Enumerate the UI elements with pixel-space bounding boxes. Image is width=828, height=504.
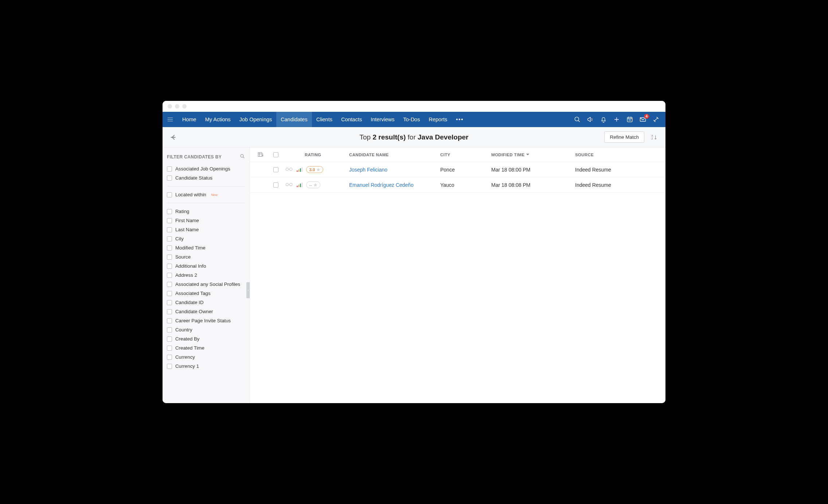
column-config-icon[interactable] bbox=[253, 151, 268, 158]
filter-label: Candidate ID bbox=[175, 300, 204, 305]
header-city[interactable]: CITY bbox=[440, 153, 491, 157]
candidate-name-link[interactable]: Joseph Feliciano bbox=[349, 167, 387, 173]
filter-divider bbox=[167, 186, 245, 186]
filter-currency[interactable]: Currency bbox=[163, 353, 250, 362]
tools-icon[interactable] bbox=[652, 116, 660, 123]
header-source[interactable]: SOURCE bbox=[575, 153, 663, 157]
filter-checkbox[interactable] bbox=[167, 309, 172, 314]
filter-checkbox[interactable] bbox=[167, 336, 172, 342]
filter-checkbox[interactable] bbox=[167, 218, 172, 223]
filter-country[interactable]: Country bbox=[163, 325, 250, 334]
filter-created-by[interactable]: Created By bbox=[163, 334, 250, 343]
rating-pill[interactable]: 3.0 ★ bbox=[306, 166, 323, 173]
filter-rating[interactable]: Rating bbox=[163, 207, 250, 216]
filter-currency-1[interactable]: Currency 1 bbox=[163, 362, 250, 371]
glasses-icon[interactable] bbox=[285, 182, 293, 188]
nav-job-openings[interactable]: Job Openings bbox=[235, 112, 276, 127]
filter-address-2[interactable]: Address 2 bbox=[163, 271, 250, 280]
filter-checkbox[interactable] bbox=[167, 327, 172, 332]
filter-checkbox[interactable] bbox=[167, 264, 172, 269]
filter-checkbox[interactable] bbox=[167, 245, 172, 251]
filter-last-name[interactable]: Last Name bbox=[163, 225, 250, 234]
filter-label: Associated any Social Profiles bbox=[175, 281, 240, 287]
filter-associated-job-openings[interactable]: Associated Job Openings bbox=[163, 164, 250, 173]
filter-checkbox[interactable] bbox=[167, 282, 172, 287]
nav-to-dos[interactable]: To-Dos bbox=[399, 112, 424, 127]
nav-home[interactable]: Home bbox=[178, 112, 201, 127]
filter-checkbox[interactable] bbox=[167, 192, 172, 197]
filter-checkbox[interactable] bbox=[167, 318, 172, 323]
traffic-light-zoom[interactable] bbox=[182, 104, 187, 109]
nav-interviews[interactable]: Interviews bbox=[366, 112, 399, 127]
filter-candidate-owner[interactable]: Candidate Owner bbox=[163, 307, 250, 316]
filter-checkbox[interactable] bbox=[167, 300, 172, 305]
filter-checkbox[interactable] bbox=[167, 291, 172, 296]
refine-match-button[interactable]: Refine Match bbox=[604, 131, 644, 143]
filter-checkbox[interactable] bbox=[167, 364, 172, 369]
filter-located-within[interactable]: Located withinNew bbox=[163, 190, 250, 199]
filter-city[interactable]: City bbox=[163, 234, 250, 243]
filter-group-1: Associated Job Openings Candidate Status bbox=[163, 164, 250, 182]
header-modified-time[interactable]: MODIFIED TIME bbox=[491, 153, 575, 157]
chevron-down-icon bbox=[526, 153, 530, 157]
search-icon[interactable] bbox=[574, 116, 581, 123]
calendar-icon[interactable]: 31 bbox=[626, 116, 633, 123]
row-checkbox[interactable] bbox=[273, 182, 278, 188]
nav-contacts[interactable]: Contacts bbox=[337, 112, 366, 127]
filter-checkbox[interactable] bbox=[167, 236, 172, 241]
filter-created-time[interactable]: Created Time bbox=[163, 343, 250, 353]
filter-label: Last Name bbox=[175, 227, 199, 232]
nav-clients[interactable]: Clients bbox=[312, 112, 337, 127]
mail-icon[interactable]: 4 bbox=[639, 116, 647, 123]
filter-source[interactable]: Source bbox=[163, 252, 250, 261]
header-modified-time-label: MODIFIED TIME bbox=[491, 153, 524, 157]
filter-group-located: Located withinNew bbox=[163, 190, 250, 199]
filter-label: City bbox=[175, 236, 184, 241]
nav-candidates[interactable]: Candidates bbox=[276, 112, 312, 127]
svg-text:Z: Z bbox=[652, 137, 653, 140]
filter-associated-tags[interactable]: Associated Tags bbox=[163, 289, 250, 298]
plus-icon[interactable] bbox=[613, 116, 620, 123]
traffic-light-minimize[interactable] bbox=[175, 104, 179, 109]
nav-more[interactable]: ••• bbox=[452, 112, 468, 127]
filter-candidate-id[interactable]: Candidate ID bbox=[163, 298, 250, 307]
glasses-icon[interactable] bbox=[285, 166, 293, 173]
filter-modified-time[interactable]: Modified Time bbox=[163, 243, 250, 252]
cell-city: Ponce bbox=[440, 167, 491, 173]
select-all-checkbox[interactable] bbox=[273, 152, 278, 157]
filter-career-page-invite[interactable]: Career Page Invite Status bbox=[163, 316, 250, 325]
bell-icon[interactable] bbox=[600, 116, 607, 123]
filter-additional-info[interactable]: Additional Info bbox=[163, 261, 250, 271]
rating-value: 3.0 bbox=[309, 168, 315, 172]
rating-pill[interactable]: -- ★ bbox=[306, 181, 320, 188]
sort-icon[interactable]: AZ bbox=[649, 132, 660, 143]
candidate-name-link[interactable]: Emanuel Rodríguez Cedeño bbox=[349, 182, 414, 188]
filter-checkbox[interactable] bbox=[167, 346, 172, 351]
filter-first-name[interactable]: First Name bbox=[163, 216, 250, 225]
filter-checkbox[interactable] bbox=[167, 227, 172, 232]
row-checkbox[interactable] bbox=[273, 167, 278, 172]
filter-checkbox[interactable] bbox=[167, 166, 172, 172]
hamburger-menu[interactable] bbox=[163, 112, 178, 127]
svg-point-0 bbox=[575, 117, 579, 121]
filter-checkbox[interactable] bbox=[167, 273, 172, 278]
nav-my-actions[interactable]: My Actions bbox=[201, 112, 235, 127]
sidebar-collapse-handle[interactable]: ‹ bbox=[246, 282, 250, 298]
filter-associated-social[interactable]: Associated any Social Profiles bbox=[163, 280, 250, 289]
results-prefix: Top bbox=[360, 133, 371, 141]
filter-checkbox[interactable] bbox=[167, 355, 172, 360]
filter-checkbox[interactable] bbox=[167, 176, 172, 181]
traffic-light-close[interactable] bbox=[168, 104, 172, 109]
filter-search-icon[interactable] bbox=[239, 153, 245, 161]
nav-reports[interactable]: Reports bbox=[424, 112, 452, 127]
filter-label: Associated Tags bbox=[175, 291, 211, 296]
announce-icon[interactable] bbox=[587, 116, 594, 123]
header-candidate-name[interactable]: CANDIDATE NAME bbox=[349, 153, 440, 157]
filter-checkbox[interactable] bbox=[167, 209, 172, 214]
filter-candidate-status[interactable]: Candidate Status bbox=[163, 173, 250, 182]
match-bars-icon bbox=[297, 167, 302, 172]
header-rating[interactable]: RATING bbox=[284, 153, 349, 157]
back-button[interactable] bbox=[168, 132, 179, 142]
filter-checkbox[interactable] bbox=[167, 255, 172, 260]
filter-label: Candidate Status bbox=[175, 175, 212, 181]
